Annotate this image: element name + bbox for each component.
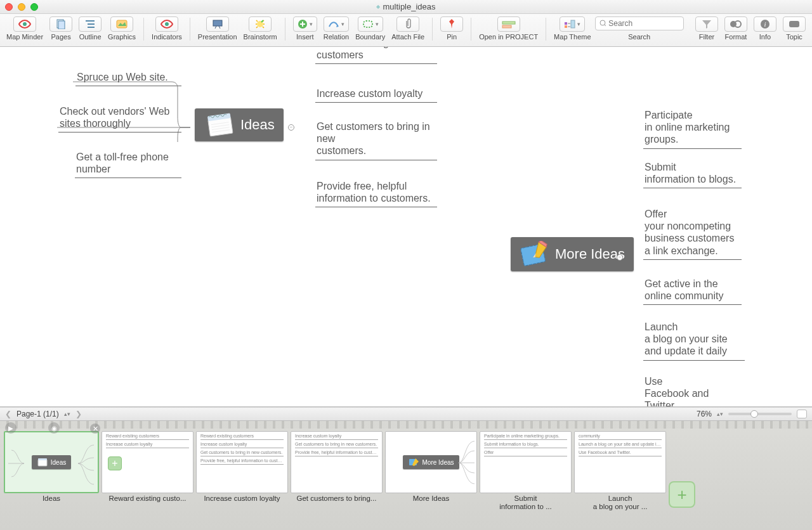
- svg-point-4: [165, 22, 169, 26]
- toolbar-insert[interactable]: ▾ Insert: [291, 15, 320, 42]
- central-topic-more-ideas[interactable]: More Ideas: [511, 237, 634, 271]
- toolbar-info[interactable]: i Info: [751, 15, 779, 42]
- svg-rect-2: [58, 21, 65, 29]
- search-field[interactable]: [595, 16, 684, 30]
- topic-bring-in-new[interactable]: Get customers to bring in new customers.: [315, 120, 437, 160]
- topic-offer-link-exchange[interactable]: Offer your noncompeting business custome…: [643, 208, 742, 260]
- toolbar-graphics[interactable]: Graphics: [105, 15, 138, 42]
- minimize-window-button[interactable]: [18, 3, 25, 11]
- add-slide-after-button[interactable]: +: [108, 456, 122, 470]
- slide-thumbnail[interactable]: Reward existing customersIncrease custom…: [196, 431, 288, 530]
- svg-point-0: [23, 22, 27, 26]
- topic-increase-loyalty[interactable]: Increase custom loyalty: [315, 87, 437, 103]
- zoom-slider[interactable]: [728, 413, 792, 415]
- pages-bar: ❮ Page-1 (1/1) ▴▾ ❯ 76% ▴▾: [0, 407, 812, 421]
- svg-rect-10: [502, 25, 511, 28]
- toolbar-boundary[interactable]: ▾ Boundary: [353, 15, 388, 42]
- toolbar-map-theme[interactable]: ▾ Map Theme: [551, 15, 594, 42]
- toolbar-pin[interactable]: Pin: [438, 15, 466, 42]
- slide-thumbnail[interactable]: Reward existing customersIncrease custom…: [102, 431, 193, 530]
- zoom-fit-button[interactable]: [797, 410, 807, 418]
- toolbar-topic[interactable]: Topic: [780, 15, 808, 42]
- toolbar-brainstorm[interactable]: Brainstorm: [241, 15, 280, 42]
- toolbar: Map Minder Pages Outline Graphics Indica…: [0, 14, 812, 47]
- central-topic-more-ideas-label: More Ideas: [555, 246, 625, 262]
- slide-thumbnail[interactable]: communityLaunch a blog on your site and …: [574, 431, 666, 530]
- svg-rect-13: [571, 20, 575, 28]
- toolbar-attach-file[interactable]: Attach File: [389, 15, 427, 42]
- expand-handle-ideas[interactable]: −: [288, 124, 294, 131]
- central-topic-ideas[interactable]: Ideas: [195, 108, 284, 141]
- toolbar-presentation[interactable]: Presentation: [195, 15, 240, 42]
- toolbar-format[interactable]: Format: [722, 15, 750, 42]
- topic-participate-marketing[interactable]: Participate in online marketing groups.: [643, 109, 742, 149]
- svg-rect-9: [502, 22, 515, 24]
- search-icon: [599, 20, 606, 27]
- topic-launch-blog[interactable]: Launch a blog on your site and update it…: [643, 321, 745, 361]
- toolbar-relation[interactable]: ▾ Relation: [321, 15, 351, 42]
- expand-handle-more-ideas[interactable]: −: [617, 254, 623, 261]
- svg-point-14: [600, 20, 605, 25]
- page-stepper[interactable]: ▴▾: [64, 411, 70, 417]
- slide-filmstrip: ▶ ◉ ✕ + Ideas Ideas Reward existing cust…: [0, 421, 812, 530]
- topic-reward-customers[interactable]: Reward existing customers: [315, 47, 437, 64]
- slide-thumbnail[interactable]: More Ideas More Ideas: [385, 431, 477, 530]
- topic-submit-blogs[interactable]: Submit information to blogs.: [643, 161, 742, 188]
- topic-spruce-up[interactable]: Spruce up Web site.: [75, 71, 181, 86]
- toolbar-pages[interactable]: Pages: [47, 15, 75, 42]
- topic-check-vendors[interactable]: Check out vendors' Web sites thoroughly: [58, 105, 181, 132]
- toolbar-open-in-project[interactable]: Open in PROJECT: [476, 15, 540, 42]
- topic-facebook-twitter[interactable]: Use Facebook and Twitter.: [643, 375, 742, 407]
- snapshot-button[interactable]: ◉: [48, 422, 60, 434]
- window-titlebar: multiple_ideas: [0, 0, 812, 14]
- window-title: multiple_ideas: [376, 2, 435, 11]
- svg-rect-5: [213, 20, 222, 26]
- search-input[interactable]: [608, 19, 679, 28]
- svg-text:i: i: [764, 20, 766, 28]
- toolbar-filter[interactable]: Filter: [693, 15, 721, 42]
- svg-rect-19: [789, 21, 799, 27]
- svg-rect-8: [363, 21, 372, 27]
- topic-get-active[interactable]: Get active in the online community: [643, 278, 742, 305]
- traffic-lights: [5, 3, 38, 11]
- toolbar-map-minder[interactable]: Map Minder: [4, 15, 46, 42]
- page-indicator[interactable]: Page-1 (1/1): [16, 410, 59, 418]
- toolbar-outline[interactable]: Outline: [76, 15, 104, 42]
- play-slideshow-button[interactable]: ▶: [5, 422, 16, 434]
- slide-thumbnail[interactable]: Ideas Ideas: [4, 431, 99, 530]
- topic-toll-free[interactable]: Get a toll-free phone number: [75, 151, 181, 178]
- slide-thumbnail[interactable]: Participate in online marketing groups.S…: [480, 431, 572, 530]
- close-filmstrip-button[interactable]: ✕: [90, 423, 100, 434]
- toolbar-search: Search: [595, 16, 684, 41]
- add-slide-button[interactable]: +: [669, 481, 695, 508]
- close-window-button[interactable]: [5, 3, 13, 11]
- svg-rect-12: [565, 25, 567, 28]
- fullscreen-window-button[interactable]: [30, 3, 38, 11]
- page-next-button[interactable]: ❯: [75, 410, 82, 418]
- toolbar-indicators[interactable]: Indicators: [149, 15, 185, 42]
- zoom-stepper[interactable]: ▴▾: [717, 411, 723, 417]
- mindmap-canvas[interactable]: Ideas − More Ideas − Spruce up Web site.…: [0, 47, 812, 407]
- slide-thumbnail[interactable]: Increase custom loyaltyGet customers to …: [291, 431, 383, 530]
- central-topic-ideas-label: Ideas: [240, 117, 275, 133]
- svg-rect-11: [565, 22, 567, 25]
- page-prev-button[interactable]: ❮: [5, 410, 11, 418]
- zoom-percent[interactable]: 76%: [697, 410, 712, 418]
- topic-provide-free-info[interactable]: Provide free, helpful information to cus…: [315, 180, 437, 207]
